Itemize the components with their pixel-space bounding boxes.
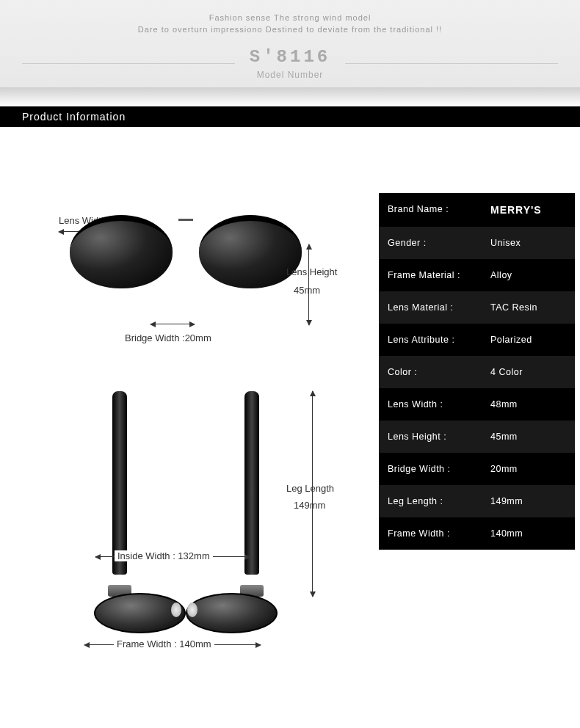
spec-row: Bridge Width :20mm xyxy=(379,453,575,485)
frame-width-label: Frame Width : 140mm xyxy=(114,638,214,649)
spec-value: 149mm xyxy=(490,496,566,506)
spec-label: Frame Width : xyxy=(388,528,490,539)
spec-value: 48mm xyxy=(490,399,566,410)
divider-line xyxy=(345,63,558,64)
arrow-leg-length xyxy=(312,391,313,597)
spec-row: Frame Material :Alloy xyxy=(379,259,575,291)
leg-length-label: Leg Length xyxy=(286,483,334,494)
leg-length-value: 149mm xyxy=(294,500,325,511)
tagline-1: Fashion sense The strong wind model xyxy=(0,13,580,22)
inside-width-label: Inside Width : 132mm xyxy=(115,550,213,561)
lens-right-icon xyxy=(199,215,302,288)
spec-table: Brand Name :MERRY'SGender :UnisexFrame M… xyxy=(379,193,575,692)
glasses-front-icon xyxy=(15,215,357,288)
nosepad-icon xyxy=(171,603,200,619)
spec-row: Leg Length :149mm xyxy=(379,485,575,517)
section-title: Product Information xyxy=(0,106,580,127)
spec-label: Lens Height : xyxy=(388,432,490,442)
diagram-area: Lens Width :48mm Lens Height 45mm Bridge… xyxy=(15,193,357,692)
spec-row: Lens Height :45mm xyxy=(379,421,575,453)
spec-value: 4 Color xyxy=(490,367,566,377)
spec-label: Lens Width : xyxy=(388,399,490,410)
spec-value: Alloy xyxy=(490,270,566,280)
lens-left-icon xyxy=(70,215,173,288)
spec-row: Lens Material :TAC Resin xyxy=(379,291,575,324)
spec-value: TAC Resin xyxy=(490,302,566,313)
divider-line xyxy=(22,63,235,64)
model-label: Model Number xyxy=(250,70,330,80)
spec-value: 45mm xyxy=(490,432,566,442)
note-text: Note: the size is measured by hand. Ther… xyxy=(0,707,580,728)
spec-row: Color :4 Color xyxy=(379,356,575,388)
content-area: Lens Width :48mm Lens Height 45mm Bridge… xyxy=(0,127,580,707)
glasses-top-icon xyxy=(76,391,296,633)
spec-label: Lens Attribute : xyxy=(388,335,490,345)
tagline-2: Dare to overturn impressiono Destined to… xyxy=(0,25,580,34)
bridge-icon xyxy=(178,219,193,248)
spec-row: Brand Name :MERRY'S xyxy=(379,193,575,227)
spec-row: Frame Width :140mm xyxy=(379,517,575,550)
spec-label: Leg Length : xyxy=(388,496,490,506)
arrow-bridge xyxy=(151,324,195,324)
lens-height-value: 45mm xyxy=(294,285,320,296)
spec-label: Gender : xyxy=(388,238,490,248)
spec-label: Bridge Width : xyxy=(388,464,490,474)
model-number: S'8116 xyxy=(250,47,330,67)
brand-logo: MERRY'S xyxy=(490,204,566,216)
shadow-bar xyxy=(0,87,580,106)
spec-label: Brand Name : xyxy=(388,204,490,216)
spec-label: Lens Material : xyxy=(388,302,490,313)
spec-value: 20mm xyxy=(490,464,566,474)
temple-left-icon xyxy=(112,391,127,575)
spec-row: Lens Attribute :Polarized xyxy=(379,324,575,356)
spec-label: Color : xyxy=(388,367,490,377)
header-banner: Fashion sense The strong wind model Dare… xyxy=(0,0,580,87)
lens-height-label: Lens Height xyxy=(286,266,337,277)
spec-value: 140mm xyxy=(490,528,566,539)
spec-row: Lens Width :48mm xyxy=(379,388,575,421)
spec-value: Unisex xyxy=(490,238,566,248)
spec-row: Gender :Unisex xyxy=(379,227,575,259)
bridge-width-label: Bridge Width :20mm xyxy=(125,332,211,343)
temple-right-icon xyxy=(244,391,259,575)
model-row: S'8116 Model Number xyxy=(0,47,580,80)
spec-value: Polarized xyxy=(490,335,566,345)
spec-label: Frame Material : xyxy=(388,270,490,280)
